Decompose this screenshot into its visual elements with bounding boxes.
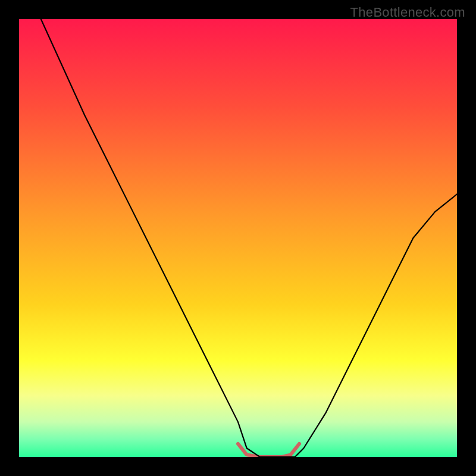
bottom-accent bbox=[238, 444, 299, 457]
curve-layer bbox=[19, 19, 457, 457]
main-curve bbox=[41, 19, 457, 457]
watermark-label: TheBottleneck.com bbox=[350, 5, 465, 20]
plot-area bbox=[19, 19, 457, 457]
chart-frame: TheBottleneck.com bbox=[0, 0, 476, 476]
